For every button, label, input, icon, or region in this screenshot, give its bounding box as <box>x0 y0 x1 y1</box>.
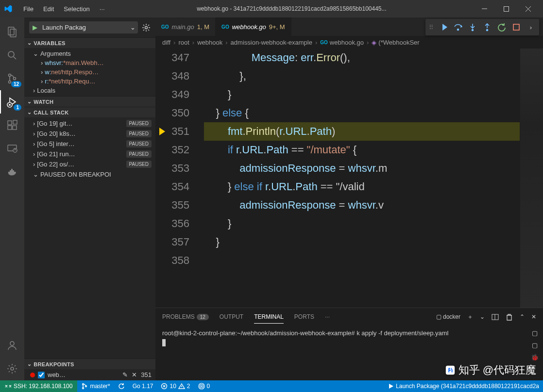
svg-rect-8 <box>8 121 12 125</box>
problems-tab[interactable]: PROBLEMS12 <box>162 310 209 323</box>
svg-rect-0 <box>504 6 509 11</box>
problems-status[interactable]: 10 2 <box>157 380 194 392</box>
remove-breakpoint-icon[interactable]: ✕ <box>132 371 137 378</box>
close-panel-icon[interactable]: ✕ <box>531 313 536 320</box>
breakpoints-section-header[interactable]: ⌄BREAKPOINTS <box>24 359 155 369</box>
drag-handle-icon[interactable]: ⠿ <box>426 24 436 31</box>
svg-point-5 <box>9 81 11 83</box>
close-button[interactable] <box>517 0 539 17</box>
menu-file[interactable]: File <box>18 5 38 13</box>
debug-settings-icon[interactable] <box>142 23 151 32</box>
stop-button[interactable] <box>509 20 524 34</box>
svg-point-14 <box>10 342 14 345</box>
extensions-tab[interactable] <box>0 114 24 137</box>
debug-more-icon[interactable]: › <box>524 20 538 34</box>
maximize-panel-icon[interactable]: ⌃ <box>520 313 525 320</box>
terminal-prompt: root@kind-2-control-plane:~/webhook/admi… <box>162 329 355 337</box>
menu-edit[interactable]: Edit <box>38 5 59 13</box>
edit-breakpoint-icon[interactable]: ✎ <box>122 371 128 378</box>
breadcrumb[interactable]: diff› root› webhook› admission-webhook-e… <box>155 36 543 49</box>
tab-webhook-go[interactable]: GOwebhook.go 9+, M <box>216 17 291 36</box>
variable-item[interactable]: ›whsvr: *main.Webh… <box>24 58 155 67</box>
code-editor[interactable]: Message: err.Error(), }, } } else { fmt.… <box>199 49 520 308</box>
step-out-button[interactable] <box>480 20 494 34</box>
callstack-item[interactable]: ›[Go 21] run…PAUSED <box>24 149 155 159</box>
svg-point-13 <box>13 148 17 152</box>
term-instance-icon[interactable]: ▢ <box>532 329 538 337</box>
terminal-tab[interactable]: TERMINAL <box>254 310 284 324</box>
go-file-icon: GO <box>320 40 328 45</box>
new-terminal-icon[interactable]: ＋ <box>467 313 473 321</box>
breakpoint-line: 351 <box>141 371 152 378</box>
kill-terminal-icon[interactable] <box>506 313 513 321</box>
breakpoint-item[interactable]: web… ✎ ✕ 351 <box>24 369 155 380</box>
search-tab[interactable] <box>0 44 24 67</box>
variable-item[interactable]: ›r: *net/http.Requ… <box>24 77 155 86</box>
menu-more[interactable]: ··· <box>95 5 110 13</box>
start-debug-icon: ▶ <box>33 24 37 31</box>
explorer-tab[interactable] <box>0 20 24 44</box>
callstack-item[interactable]: ›[Go 19] git…PAUSED <box>24 118 155 129</box>
svg-point-28 <box>200 385 203 388</box>
remote-tab[interactable] <box>0 137 24 160</box>
split-terminal-icon[interactable] <box>492 313 499 321</box>
step-into-button[interactable] <box>465 20 480 34</box>
svg-rect-1 <box>8 27 14 35</box>
panel-more-icon[interactable]: ··· <box>325 310 330 323</box>
term-instance-icon[interactable]: ▢ <box>532 342 538 349</box>
svg-point-19 <box>487 30 488 31</box>
launch-config-select[interactable]: ▶ Launch Packaɡ ⌄ <box>29 21 138 33</box>
branch-status[interactable]: master* <box>77 380 114 392</box>
watch-section-header[interactable]: ⌄WATCH <box>24 97 155 107</box>
term-debug-icon[interactable]: 🐞 <box>531 354 539 361</box>
variable-item[interactable]: ›w: net/http.Respo… <box>24 67 155 77</box>
tab-main-go[interactable]: GOmain.go 1, M <box>155 17 216 36</box>
minimize-button[interactable] <box>474 0 495 17</box>
callstack-item[interactable]: ›[Go 5] inter…PAUSED <box>24 139 155 149</box>
variables-group[interactable]: ⌄Arguments <box>24 49 155 58</box>
svg-point-16 <box>145 26 148 29</box>
continue-button[interactable] <box>436 20 451 34</box>
editor-tabs: GOmain.go 1, M GOwebhook.go 9+, M ⠿ › ··… <box>155 17 543 36</box>
scm-badge: 12 <box>11 81 21 87</box>
step-over-button[interactable] <box>451 20 465 34</box>
editor-area: GOmain.go 1, M GOwebhook.go 9+, M ⠿ › ··… <box>155 17 543 380</box>
svg-rect-2 <box>10 29 16 37</box>
ports-tab[interactable]: PORTS <box>294 310 314 323</box>
terminal-command: k apply -f deployment/sleep.yaml <box>355 329 449 337</box>
debug-toolbar: ⠿ › <box>425 19 539 35</box>
callstack-paused-label: ⌄PAUSED ON BREAKPOI <box>24 169 155 180</box>
output-tab[interactable]: OUTPUT <box>220 310 243 323</box>
variables-locals[interactable]: ›Locals <box>24 86 155 95</box>
settings-gear-icon[interactable] <box>0 357 24 380</box>
breakpoint-checkbox[interactable] <box>38 372 45 378</box>
variables-section-header[interactable]: ⌄VARIABLES <box>24 38 155 48</box>
watermark: 知乎 @代码狂魔 <box>445 363 536 377</box>
svg-point-3 <box>8 51 14 57</box>
callstack-item[interactable]: ›[Go 22] os/…PAUSED <box>24 159 155 169</box>
menu-selection[interactable]: Selection <box>59 5 94 13</box>
callstack-section-header[interactable]: ⌄CALL STACK <box>24 107 155 117</box>
source-control-tab[interactable]: 12 <box>0 67 24 90</box>
svg-rect-10 <box>13 126 17 130</box>
status-bar: SSH: 192.168.108.100 master* Go 1.17 10 … <box>0 380 543 392</box>
window-title: webhook.go - 341a721c9ddddb1880122191cac… <box>110 5 474 12</box>
terminal-shell-select[interactable]: ▢ docker <box>436 313 460 320</box>
terminal-dropdown-icon[interactable]: ⌄ <box>480 313 485 320</box>
docker-tab[interactable] <box>0 160 24 183</box>
launch-status[interactable]: Launch Package (341a721c9ddddb1880122191… <box>384 380 543 392</box>
vscode-logo-icon <box>4 4 13 13</box>
maximize-button[interactable] <box>495 0 517 17</box>
sync-status[interactable] <box>114 380 129 392</box>
restart-button[interactable] <box>494 20 509 34</box>
minimap[interactable] <box>520 49 543 308</box>
debug-tab[interactable]: 1 <box>0 90 24 114</box>
go-version-status[interactable]: Go 1.17 <box>129 380 157 392</box>
svg-point-27 <box>201 386 202 387</box>
svg-rect-11 <box>13 120 17 124</box>
ports-status[interactable]: 0 <box>194 380 214 392</box>
remote-status[interactable]: SSH: 192.168.108.100 <box>0 380 77 392</box>
callstack-item[interactable]: ›[Go 20] k8s…PAUSED <box>24 129 155 139</box>
debug-sidebar: ▶ Launch Packaɡ ⌄ ⌄VARIABLES ⌄Arguments … <box>24 17 155 380</box>
account-icon[interactable] <box>0 334 24 357</box>
